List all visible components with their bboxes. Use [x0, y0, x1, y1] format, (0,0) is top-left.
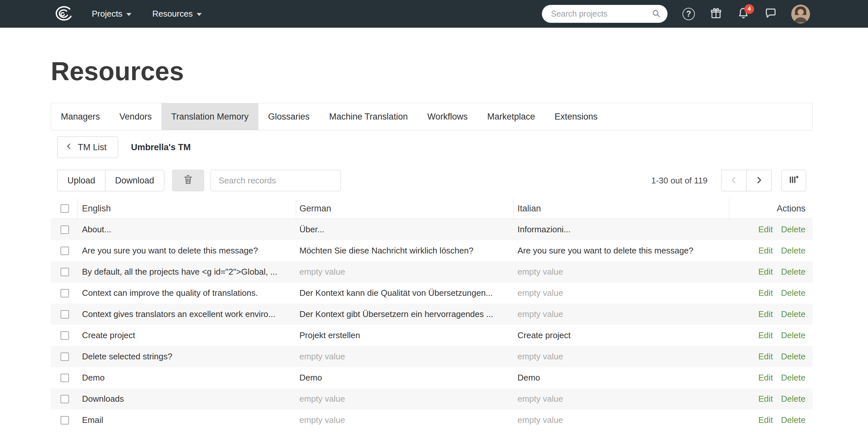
row-checkbox[interactable] [61, 247, 69, 255]
user-avatar[interactable] [791, 5, 810, 24]
tabs: ManagersVendorsTranslation MemoryGlossar… [51, 103, 813, 130]
search-projects-input[interactable] [542, 5, 668, 23]
upload-button[interactable]: Upload [57, 170, 105, 191]
nav-projects-label: Projects [92, 9, 122, 19]
row-checkbox-cell [51, 395, 78, 403]
notifications-button[interactable]: 4 [737, 7, 750, 21]
chevron-left-icon [65, 142, 73, 153]
actions-cell: EditDelete [730, 309, 813, 319]
app-logo-icon[interactable] [52, 5, 73, 23]
edit-link[interactable]: Edit [758, 373, 773, 383]
row-checkbox-cell [51, 331, 78, 340]
pagination-label: 1-30 out of 119 [651, 176, 708, 186]
table-row: Context can improve the quality of trans… [51, 283, 813, 304]
edit-link[interactable]: Edit [758, 415, 773, 425]
edit-link[interactable]: Edit [758, 309, 773, 319]
pager [721, 170, 772, 191]
tab-vendors[interactable]: Vendors [110, 103, 161, 130]
help-button[interactable]: ? [682, 7, 695, 21]
chat-icon [764, 7, 777, 21]
table-row: DemoDemoDemoEditDelete [51, 367, 813, 388]
row-checkbox[interactable] [61, 331, 69, 340]
german-cell: Projekt erstellen [296, 330, 514, 341]
gift-button[interactable] [709, 7, 723, 21]
back-button-label: TM List [78, 142, 107, 152]
notification-badge: 4 [744, 4, 754, 14]
italian-cell: empty value [514, 267, 730, 277]
italian-cell: empty value [514, 351, 730, 362]
delete-link[interactable]: Delete [781, 267, 806, 277]
search-icon[interactable] [651, 8, 662, 20]
tab-managers[interactable]: Managers [51, 103, 110, 130]
row-checkbox[interactable] [61, 416, 69, 425]
table-body: About...Über...Informazioni...EditDelete… [51, 219, 813, 431]
edit-link[interactable]: Edit [758, 351, 773, 362]
row-checkbox[interactable] [61, 268, 69, 276]
edit-link[interactable]: Edit [758, 330, 773, 341]
tab-marketplace[interactable]: Marketplace [477, 103, 545, 130]
edit-link[interactable]: Edit [758, 288, 773, 298]
row-checkbox[interactable] [61, 310, 69, 319]
delete-link[interactable]: Delete [781, 351, 806, 362]
prev-page-button[interactable] [721, 170, 747, 191]
row-checkbox[interactable] [61, 226, 69, 234]
actions-cell: EditDelete [730, 225, 813, 235]
row-checkbox-cell [51, 247, 78, 255]
italian-cell: empty value [514, 394, 730, 404]
german-cell: empty value [296, 394, 514, 404]
delete-link[interactable]: Delete [781, 373, 806, 383]
italian-cell: Informazioni... [514, 225, 730, 235]
delete-link[interactable]: Delete [781, 394, 806, 404]
gift-icon [710, 7, 722, 21]
table-row: Create projectProjekt erstellenCreate pr… [51, 325, 813, 346]
tab-glossaries[interactable]: Glossaries [258, 103, 319, 130]
select-all-checkbox[interactable] [61, 204, 69, 213]
nav-projects[interactable]: Projects [92, 9, 131, 19]
caret-down-icon [196, 13, 202, 16]
delete-link[interactable]: Delete [781, 330, 806, 341]
row-checkbox-cell [51, 310, 78, 319]
row-checkbox[interactable] [61, 395, 69, 403]
edit-link[interactable]: Edit [758, 225, 773, 235]
delete-selected-button[interactable] [172, 170, 204, 191]
table-row: Are you sure you want to delete this mes… [51, 240, 813, 261]
italian-cell: Create project [514, 330, 730, 341]
topbar-icons: ? 4 [682, 5, 810, 24]
tab-translation-memory[interactable]: Translation Memory [161, 103, 258, 130]
delete-link[interactable]: Delete [781, 309, 806, 319]
main-nav: Projects Resources [92, 9, 202, 19]
english-cell: About... [78, 225, 296, 235]
tab-workflows[interactable]: Workflows [417, 103, 477, 130]
table-header: English German Italian Actions [51, 198, 813, 219]
topbar: Projects Resources ? [0, 0, 868, 28]
delete-link[interactable]: Delete [781, 225, 806, 235]
table-row: Emailempty valueempty valueEditDelete [51, 409, 813, 431]
table-row: By default, all the projects have <g id=… [51, 261, 813, 283]
next-page-button[interactable] [746, 170, 772, 191]
delete-link[interactable]: Delete [781, 288, 806, 298]
german-cell: Der Kontext gibt Übersetzern ein hervorr… [296, 309, 514, 319]
row-checkbox[interactable] [61, 352, 69, 361]
nav-resources[interactable]: Resources [152, 9, 202, 19]
header-english: English [78, 198, 296, 219]
tab-machine-translation[interactable]: Machine Translation [319, 103, 417, 130]
edit-link[interactable]: Edit [758, 267, 773, 277]
columns-button[interactable] [781, 170, 806, 191]
german-cell: empty value [296, 415, 514, 425]
delete-link[interactable]: Delete [781, 415, 806, 425]
row-checkbox-cell [51, 226, 78, 234]
row-checkbox[interactable] [61, 289, 69, 297]
table-row: Context gives translators an excellent w… [51, 304, 813, 325]
messages-button[interactable] [764, 7, 777, 21]
edit-link[interactable]: Edit [758, 246, 773, 256]
search-records-input[interactable] [211, 170, 341, 191]
toolbar: Upload Download 1-30 out of 119 [51, 169, 813, 192]
tab-extensions[interactable]: Extensions [545, 103, 607, 130]
delete-link[interactable]: Delete [781, 246, 806, 256]
actions-cell: EditDelete [730, 373, 813, 383]
english-cell: Create project [78, 330, 296, 341]
row-checkbox[interactable] [61, 374, 69, 382]
tm-list-back-button[interactable]: TM List [57, 137, 118, 158]
download-button[interactable]: Download [105, 170, 164, 191]
edit-link[interactable]: Edit [758, 394, 773, 404]
